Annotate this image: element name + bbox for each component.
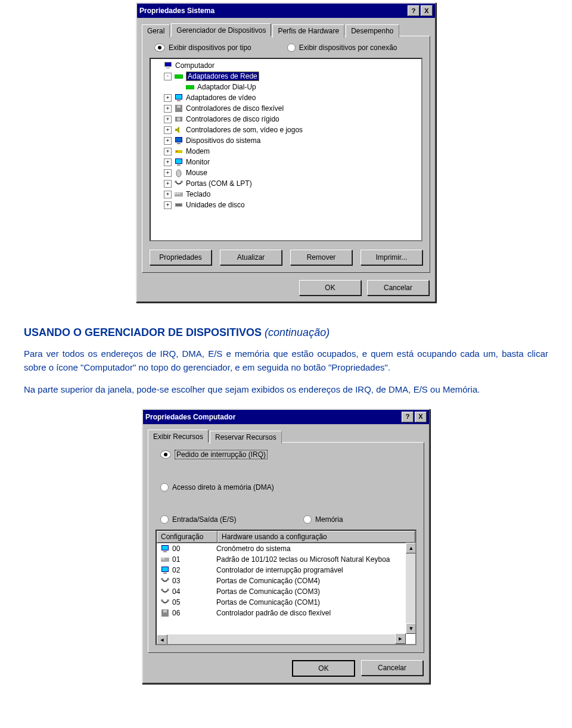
hw-value: Portas de Comunicação (COM4) — [214, 577, 414, 585]
cancel-button[interactable]: Cancelar — [361, 660, 423, 676]
tree-node-hdd-controllers[interactable]: + Controladores de disco rígido — [152, 114, 420, 125]
radio-por-tipo[interactable]: Exibir dispositivos por tipo — [154, 43, 251, 52]
hw-value: Portas de Comunicação (COM1) — [214, 598, 414, 606]
ok-button[interactable]: OK — [292, 660, 355, 677]
device-icon — [160, 608, 170, 618]
list-row[interactable]: 01Padrão de 101/102 teclas ou Microsoft … — [157, 554, 415, 565]
print-button[interactable]: Imprimir... — [360, 250, 422, 265]
tree-node-keyboard[interactable]: + Teclado — [152, 189, 420, 200]
tree-node-system-devices[interactable]: + Dispositivos do sistema — [152, 135, 420, 146]
disk-icon — [174, 200, 184, 210]
cfg-value: 05 — [172, 598, 180, 606]
svg-point-19 — [176, 170, 181, 177]
radio-memoria[interactable]: Memória — [303, 515, 343, 524]
collapse-icon[interactable]: - — [164, 73, 172, 80]
tree-node-modem[interactable]: + Modem — [152, 146, 420, 157]
svg-rect-30 — [163, 551, 167, 552]
svg-point-40 — [167, 589, 169, 591]
radio-irq[interactable]: Pedido de interrupção (IRQ) — [160, 450, 279, 459]
expand-icon[interactable]: + — [164, 126, 172, 134]
close-button[interactable]: X — [415, 412, 427, 422]
svg-rect-36 — [163, 573, 167, 574]
cfg-value: 01 — [172, 555, 180, 564]
list-row[interactable]: 06Controlador padrão de disco flexível — [157, 608, 415, 618]
tab-reservar-recursos[interactable]: Reservar Recursos — [210, 431, 282, 444]
tree-node-monitor[interactable]: + Monitor — [152, 157, 420, 167]
radio-dot-icon — [303, 515, 312, 524]
expand-icon[interactable]: + — [164, 105, 172, 113]
device-tree[interactable]: + Computador - Adaptadores de Rede Adapt… — [150, 58, 422, 241]
radio-es[interactable]: Entrada/Saída (E/S) — [160, 515, 279, 524]
horizontal-scrollbar[interactable]: ◄ ► — [157, 634, 406, 644]
tab-gerenciador[interactable]: Gerenciador de Dispositivos — [171, 23, 271, 36]
tree-node-video-adapters[interactable]: + Adaptadores de vídeo — [152, 92, 420, 103]
expand-icon[interactable]: + — [164, 191, 172, 198]
remove-button[interactable]: Remover — [290, 250, 352, 265]
refresh-button[interactable]: Atualizar — [220, 250, 282, 265]
computer-icon — [163, 61, 173, 70]
tab-exibir-recursos[interactable]: Exibir Recursos — [148, 430, 209, 443]
expand-icon[interactable]: + — [164, 148, 172, 155]
port-icon — [174, 179, 184, 188]
scroll-right-icon[interactable]: ► — [395, 633, 406, 644]
tree-node-floppy-controllers[interactable]: + Controladores de disco flexível — [152, 103, 420, 114]
svg-point-41 — [161, 599, 163, 602]
list-row[interactable]: 02Controlador de interrupção programável — [157, 565, 415, 575]
radio-por-conexao[interactable]: Exibir dispositivos por conexão — [287, 43, 397, 52]
help-button[interactable]: ? — [402, 412, 414, 422]
expand-icon[interactable]: + — [164, 180, 172, 188]
computer-properties-dialog: Propriedades Computador ? X Exibir Recur… — [142, 409, 430, 684]
svg-rect-12 — [176, 138, 182, 142]
scroll-down-icon[interactable]: ▼ — [406, 623, 416, 634]
svg-rect-32 — [161, 558, 163, 559]
resource-listview[interactable]: Configuração Hardware usando a configura… — [156, 530, 416, 645]
expand-icon[interactable]: + — [164, 201, 172, 209]
tab-bar: Exibir Recursos Reservar Recursos — [143, 424, 429, 442]
radio-dma[interactable]: Acesso direto à memória (DMA) — [160, 483, 274, 491]
column-header-hardware[interactable]: Hardware usando a configuração — [217, 531, 415, 543]
monitor-icon — [174, 157, 184, 167]
modem-icon — [174, 147, 184, 156]
titlebar[interactable]: Propriedades Computador ? X — [143, 410, 429, 424]
network-adapter-icon — [174, 71, 184, 81]
expand-icon[interactable]: + — [164, 137, 172, 145]
column-header-config[interactable]: Configuração — [157, 531, 217, 543]
cfg-value: 03 — [172, 577, 180, 585]
ok-button[interactable]: OK — [299, 280, 361, 295]
tab-panel: Exibir dispositivos por tipo Exibir disp… — [142, 36, 430, 273]
window-title: Propriedades Computador — [145, 413, 402, 421]
scroll-left-icon[interactable]: ◄ — [157, 634, 167, 645]
tree-node-disk-drives[interactable]: + Unidades de disco — [152, 200, 420, 210]
tree-node-dialup-adapter[interactable]: Adaptador Dial-Up — [152, 82, 420, 92]
svg-rect-33 — [163, 558, 164, 559]
hdd-icon — [174, 114, 184, 124]
list-row[interactable]: 04Portas de Comunicação (COM3) — [157, 586, 415, 597]
tab-geral[interactable]: Geral — [142, 24, 170, 38]
close-button[interactable]: X — [421, 5, 433, 16]
tab-desempenho[interactable]: Desempenho — [346, 24, 399, 38]
tree-node-sound-controllers[interactable]: + Controladores de som, vídeo e jogos — [152, 125, 420, 135]
svg-point-38 — [167, 578, 169, 580]
help-button[interactable]: ? — [408, 5, 419, 16]
scroll-up-icon[interactable]: ▲ — [406, 543, 416, 553]
vertical-scrollbar[interactable]: ▲ ▼ — [406, 543, 415, 634]
list-row[interactable]: 05Portas de Comunicação (COM1) — [157, 597, 415, 608]
properties-button[interactable]: Propriedades — [150, 250, 212, 265]
list-row[interactable]: 00Cronômetro do sistema — [157, 543, 415, 554]
cfg-value: 00 — [172, 545, 180, 553]
list-row[interactable]: 03Portas de Comunicação (COM4) — [157, 575, 415, 586]
tree-node-ports[interactable]: + Portas (COM & LPT) — [152, 178, 420, 189]
tree-node-computer[interactable]: + Computador — [152, 60, 420, 71]
tree-node-mouse[interactable]: + Mouse — [152, 167, 420, 178]
expand-icon[interactable]: + — [164, 169, 172, 177]
expand-icon[interactable]: + — [164, 94, 172, 102]
hw-value: Cronômetro do sistema — [214, 545, 414, 553]
tree-node-network-adapters[interactable]: - Adaptadores de Rede — [152, 71, 420, 82]
cancel-button[interactable]: Cancelar — [367, 280, 429, 295]
expand-icon[interactable]: + — [164, 158, 172, 166]
expand-icon[interactable]: + — [164, 116, 172, 123]
system-icon — [174, 136, 184, 145]
device-icon — [160, 587, 170, 596]
titlebar[interactable]: Propriedades Sistema ? X — [137, 4, 435, 18]
tab-perfis[interactable]: Perfis de Hardware — [272, 24, 344, 38]
